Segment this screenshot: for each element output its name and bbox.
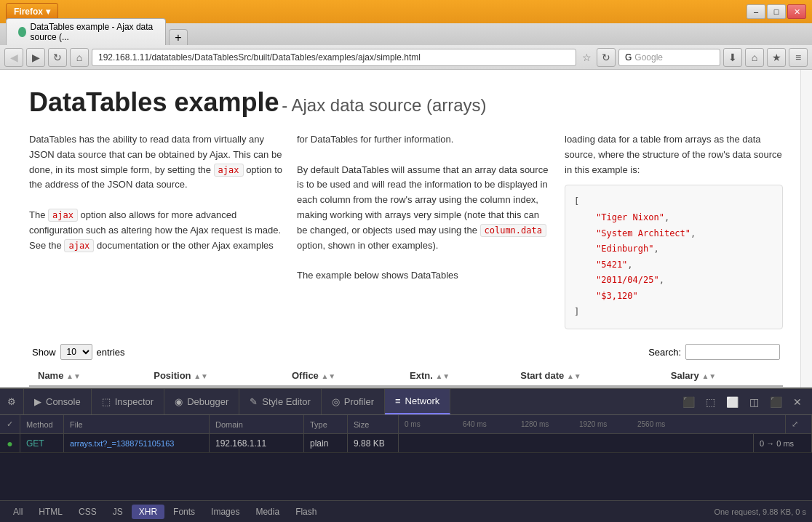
devtools-tab-console[interactable]: ▶ Console (24, 389, 92, 414)
table-controls: Show 10 25 50 entries Search: (29, 344, 783, 360)
col-right-p1: loading data for a table from arrays as … (565, 132, 783, 177)
devtools-toolbar-right: ⬛ ⬚ ⬜ ◫ ⬛ ✕ (674, 389, 812, 414)
bookmarks-button[interactable]: ★ (767, 48, 786, 67)
devtools-tab-profiler[interactable]: ◎ Profiler (322, 389, 385, 414)
code-line-6: "$3,120" (574, 289, 773, 305)
devtools-tab-style-editor[interactable]: ✎ Style Editor (239, 389, 321, 414)
network-row[interactable]: ● GET arrays.txt?_=1388751105163 192.168… (0, 434, 812, 453)
col-mid-p2: By default DataTables will assume that a… (297, 163, 550, 254)
devtools-tabs: ⚙ ▶ Console ⬚ Inspector ◉ Debugger ✎ Sty… (0, 389, 812, 415)
devtools-tab-settings[interactable]: ⚙ (0, 389, 24, 414)
profiler-icon: ◎ (332, 396, 340, 407)
back-button[interactable]: ◀ (4, 48, 23, 67)
url-bar[interactable]: 192.168.1.11/datatables/DataTablesSrc/bu… (92, 49, 576, 66)
timeline-640ms: 640 ms (463, 420, 521, 428)
entries-select[interactable]: 10 25 50 (60, 344, 92, 360)
dt-split-btn[interactable]: ◫ (744, 392, 764, 412)
col-left: DataTables has the ability to read data … (29, 132, 282, 329)
browser-tab[interactable]: DataTables example - Ajax data source (.… (6, 18, 166, 45)
timeline-1920ms: 1920 ms (579, 420, 637, 428)
maximize-button[interactable]: □ (767, 4, 786, 19)
filter-images[interactable]: Images (204, 505, 247, 519)
style-editor-icon: ✎ (250, 396, 258, 407)
search-engine-icon: G (625, 52, 632, 63)
ajax-code-1: ajax (214, 164, 244, 177)
ajax-code-3: ajax (64, 239, 94, 252)
sort-icon-salary: ▲▼ (701, 372, 716, 380)
filter-xhr[interactable]: XHR (132, 505, 164, 519)
console-label: Console (46, 396, 81, 407)
forward-button[interactable]: ▶ (26, 48, 45, 67)
dt-layout-btn[interactable]: ⬚ (700, 392, 720, 412)
net-time-value: 0 → 0 ms (754, 434, 812, 452)
refresh-url-button[interactable]: ↻ (597, 48, 616, 67)
home-btn2[interactable]: ⌂ (745, 48, 764, 67)
entries-label: entries (97, 347, 125, 358)
search-bar[interactable]: G Google (618, 49, 720, 66)
dt-screenshot-btn[interactable]: ⬜ (722, 392, 742, 412)
sort-icon-startdate: ▲▼ (567, 372, 581, 380)
net-domain-value: 192.168.1.11 (215, 438, 266, 449)
dt-dock-btn[interactable]: ⬛ (765, 392, 786, 412)
content-area: DataTables example - Ajax data source (a… (0, 70, 812, 522)
network-headers: ✓ Method File Domain Type Size 0 ms 640 … (0, 415, 812, 434)
net-col-size-header[interactable]: Size (348, 415, 399, 433)
debugger-icon: ◉ (175, 396, 183, 407)
timeline-labels: 0 ms 640 ms 1280 ms 1920 ms 2560 ms (405, 420, 696, 428)
col-position[interactable]: Position ▲▼ (145, 366, 283, 386)
dt-responsive-btn[interactable]: ⬛ (678, 392, 698, 412)
new-tab-button[interactable]: + (169, 29, 188, 45)
code-block: [ "Tiger Nixon", "System Architect", "Ed… (565, 185, 783, 329)
col-startdate[interactable]: Start date ▲▼ (512, 366, 661, 386)
net-col-method-header[interactable]: Method (20, 415, 64, 433)
net-col-expand-header: ⤢ (786, 415, 812, 433)
inspector-label: Inspector (115, 396, 154, 407)
net-size: 9.88 KB (348, 434, 399, 452)
tab-bar: DataTables example - Ajax data source (.… (0, 23, 812, 45)
close-button[interactable]: ✕ (787, 4, 806, 19)
code-line-5: "2011/04/25", (574, 273, 773, 289)
col-salary[interactable]: Salary ▲▼ (662, 366, 783, 386)
devtools-tab-inspector[interactable]: ⬚ Inspector (92, 389, 164, 414)
devtools-tab-debugger[interactable]: ◉ Debugger (164, 389, 239, 414)
code-line-4: "5421", (574, 257, 773, 273)
net-col-domain-header[interactable]: Domain (210, 415, 304, 433)
scrollbar-track[interactable] (800, 70, 812, 388)
sort-icon-position: ▲▼ (194, 372, 208, 380)
net-type: plain (304, 434, 348, 452)
star-button[interactable]: ☆ (579, 50, 594, 65)
filter-html[interactable]: HTML (31, 505, 70, 519)
sort-icon-extn: ▲▼ (435, 372, 450, 380)
devtools-panel: ⚙ ▶ Console ⬚ Inspector ◉ Debugger ✎ Sty… (0, 388, 812, 522)
menu-button[interactable]: ≡ (789, 48, 808, 67)
download-button[interactable]: ⬇ (723, 48, 742, 67)
filter-all[interactable]: All (6, 505, 30, 519)
col-mid: for DataTables for further information. … (297, 132, 550, 329)
col-office[interactable]: Office ▲▼ (283, 366, 401, 386)
page-header: DataTables example - Ajax data source (a… (29, 87, 783, 118)
net-status-check: ● (0, 434, 20, 452)
minimize-button[interactable]: – (747, 4, 765, 19)
filter-css[interactable]: CSS (71, 505, 104, 519)
filter-fonts[interactable]: Fonts (166, 505, 202, 519)
col-extn[interactable]: Extn. ▲▼ (401, 366, 512, 386)
devtools-tab-network[interactable]: ≡ Network (385, 389, 450, 414)
col-mid-p3: The example below shows DataTables (297, 268, 550, 284)
net-file-value: arrays.txt?_=1388751105163 (70, 439, 174, 448)
filter-status: One request, 9.88 KB, 0 s (714, 507, 806, 516)
net-col-type-header[interactable]: Type (304, 415, 348, 433)
console-arrow-icon: ▶ (34, 396, 41, 407)
net-col-check: ✓ (0, 415, 20, 433)
filter-js[interactable]: JS (106, 505, 130, 519)
net-file: arrays.txt?_=1388751105163 (64, 434, 210, 452)
dt-close-btn[interactable]: ✕ (787, 392, 808, 412)
table-search-input[interactable] (685, 344, 780, 360)
refresh-button[interactable]: ↻ (48, 48, 67, 67)
filter-media[interactable]: Media (248, 505, 287, 519)
browser-window: Firefox ▾ – □ ✕ DataTables example - Aja… (0, 0, 812, 522)
col-name[interactable]: Name ▲▼ (29, 366, 145, 386)
filter-flash[interactable]: Flash (288, 505, 324, 519)
net-status-icon: ● (7, 438, 12, 449)
home-button[interactable]: ⌂ (70, 48, 89, 67)
net-col-file-header[interactable]: File (64, 415, 210, 433)
